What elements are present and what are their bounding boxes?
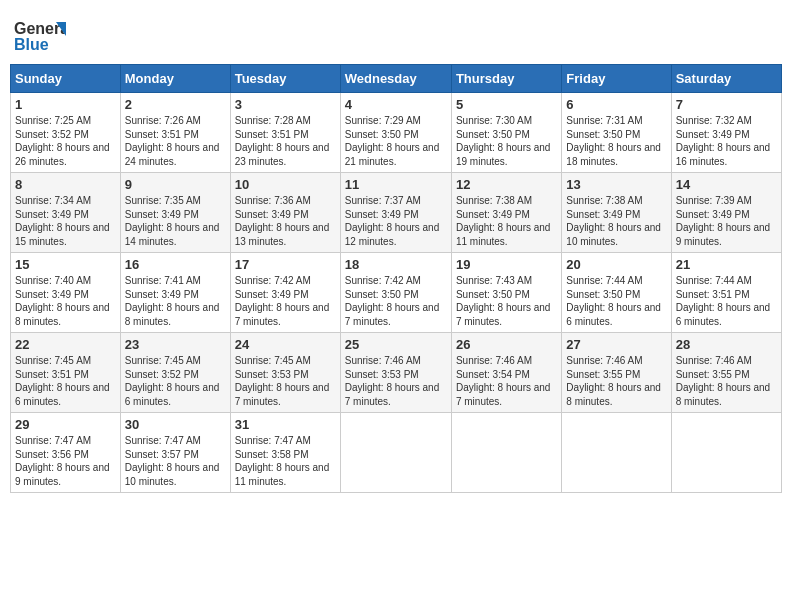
day-of-week-header: Saturday <box>671 65 781 93</box>
calendar-day-cell: 8 Sunrise: 7:34 AMSunset: 3:49 PMDayligh… <box>11 173 121 253</box>
calendar-day-cell: 31 Sunrise: 7:47 AMSunset: 3:58 PMDaylig… <box>230 413 340 493</box>
day-info: Sunrise: 7:30 AMSunset: 3:50 PMDaylight:… <box>456 115 551 167</box>
day-number: 15 <box>15 257 116 272</box>
day-number: 1 <box>15 97 116 112</box>
calendar-day-cell: 23 Sunrise: 7:45 AMSunset: 3:52 PMDaylig… <box>120 333 230 413</box>
day-of-week-header: Wednesday <box>340 65 451 93</box>
day-info: Sunrise: 7:29 AMSunset: 3:50 PMDaylight:… <box>345 115 440 167</box>
calendar-day-cell: 4 Sunrise: 7:29 AMSunset: 3:50 PMDayligh… <box>340 93 451 173</box>
day-info: Sunrise: 7:46 AMSunset: 3:55 PMDaylight:… <box>676 355 771 407</box>
day-info: Sunrise: 7:44 AMSunset: 3:51 PMDaylight:… <box>676 275 771 327</box>
calendar-day-cell: 20 Sunrise: 7:44 AMSunset: 3:50 PMDaylig… <box>562 253 671 333</box>
day-number: 24 <box>235 337 336 352</box>
calendar-day-cell: 18 Sunrise: 7:42 AMSunset: 3:50 PMDaylig… <box>340 253 451 333</box>
day-info: Sunrise: 7:45 AMSunset: 3:52 PMDaylight:… <box>125 355 220 407</box>
empty-cell <box>340 413 451 493</box>
day-of-week-header: Thursday <box>451 65 561 93</box>
day-info: Sunrise: 7:42 AMSunset: 3:49 PMDaylight:… <box>235 275 330 327</box>
calendar-day-cell: 25 Sunrise: 7:46 AMSunset: 3:53 PMDaylig… <box>340 333 451 413</box>
calendar-day-cell: 12 Sunrise: 7:38 AMSunset: 3:49 PMDaylig… <box>451 173 561 253</box>
day-info: Sunrise: 7:34 AMSunset: 3:49 PMDaylight:… <box>15 195 110 247</box>
calendar-day-cell: 15 Sunrise: 7:40 AMSunset: 3:49 PMDaylig… <box>11 253 121 333</box>
calendar-week-row: 15 Sunrise: 7:40 AMSunset: 3:49 PMDaylig… <box>11 253 782 333</box>
day-info: Sunrise: 7:45 AMSunset: 3:51 PMDaylight:… <box>15 355 110 407</box>
empty-cell <box>562 413 671 493</box>
calendar-day-cell: 3 Sunrise: 7:28 AMSunset: 3:51 PMDayligh… <box>230 93 340 173</box>
calendar-day-cell: 11 Sunrise: 7:37 AMSunset: 3:49 PMDaylig… <box>340 173 451 253</box>
day-info: Sunrise: 7:37 AMSunset: 3:49 PMDaylight:… <box>345 195 440 247</box>
day-number: 12 <box>456 177 557 192</box>
day-number: 6 <box>566 97 666 112</box>
calendar-day-cell: 10 Sunrise: 7:36 AMSunset: 3:49 PMDaylig… <box>230 173 340 253</box>
empty-cell <box>451 413 561 493</box>
day-info: Sunrise: 7:25 AMSunset: 3:52 PMDaylight:… <box>15 115 110 167</box>
day-number: 13 <box>566 177 666 192</box>
day-info: Sunrise: 7:32 AMSunset: 3:49 PMDaylight:… <box>676 115 771 167</box>
day-number: 17 <box>235 257 336 272</box>
day-info: Sunrise: 7:38 AMSunset: 3:49 PMDaylight:… <box>566 195 661 247</box>
calendar-table: SundayMondayTuesdayWednesdayThursdayFrid… <box>10 64 782 493</box>
day-number: 16 <box>125 257 226 272</box>
calendar-day-cell: 7 Sunrise: 7:32 AMSunset: 3:49 PMDayligh… <box>671 93 781 173</box>
calendar-day-cell: 1 Sunrise: 7:25 AMSunset: 3:52 PMDayligh… <box>11 93 121 173</box>
day-of-week-header: Monday <box>120 65 230 93</box>
calendar-day-cell: 13 Sunrise: 7:38 AMSunset: 3:49 PMDaylig… <box>562 173 671 253</box>
calendar-day-cell: 26 Sunrise: 7:46 AMSunset: 3:54 PMDaylig… <box>451 333 561 413</box>
calendar-day-cell: 30 Sunrise: 7:47 AMSunset: 3:57 PMDaylig… <box>120 413 230 493</box>
calendar-day-cell: 2 Sunrise: 7:26 AMSunset: 3:51 PMDayligh… <box>120 93 230 173</box>
day-info: Sunrise: 7:35 AMSunset: 3:49 PMDaylight:… <box>125 195 220 247</box>
day-number: 26 <box>456 337 557 352</box>
day-number: 11 <box>345 177 447 192</box>
calendar-week-row: 22 Sunrise: 7:45 AMSunset: 3:51 PMDaylig… <box>11 333 782 413</box>
calendar-day-cell: 22 Sunrise: 7:45 AMSunset: 3:51 PMDaylig… <box>11 333 121 413</box>
day-number: 28 <box>676 337 777 352</box>
day-info: Sunrise: 7:44 AMSunset: 3:50 PMDaylight:… <box>566 275 661 327</box>
svg-text:Blue: Blue <box>14 36 49 53</box>
calendar-day-cell: 9 Sunrise: 7:35 AMSunset: 3:49 PMDayligh… <box>120 173 230 253</box>
day-info: Sunrise: 7:36 AMSunset: 3:49 PMDaylight:… <box>235 195 330 247</box>
calendar-day-cell: 17 Sunrise: 7:42 AMSunset: 3:49 PMDaylig… <box>230 253 340 333</box>
day-number: 22 <box>15 337 116 352</box>
calendar-day-cell: 19 Sunrise: 7:43 AMSunset: 3:50 PMDaylig… <box>451 253 561 333</box>
day-number: 9 <box>125 177 226 192</box>
calendar-week-row: 29 Sunrise: 7:47 AMSunset: 3:56 PMDaylig… <box>11 413 782 493</box>
day-number: 2 <box>125 97 226 112</box>
day-info: Sunrise: 7:26 AMSunset: 3:51 PMDaylight:… <box>125 115 220 167</box>
day-number: 20 <box>566 257 666 272</box>
day-info: Sunrise: 7:40 AMSunset: 3:49 PMDaylight:… <box>15 275 110 327</box>
calendar-header-row: SundayMondayTuesdayWednesdayThursdayFrid… <box>11 65 782 93</box>
calendar-day-cell: 16 Sunrise: 7:41 AMSunset: 3:49 PMDaylig… <box>120 253 230 333</box>
day-number: 8 <box>15 177 116 192</box>
calendar-day-cell: 27 Sunrise: 7:46 AMSunset: 3:55 PMDaylig… <box>562 333 671 413</box>
day-of-week-header: Friday <box>562 65 671 93</box>
day-number: 19 <box>456 257 557 272</box>
day-info: Sunrise: 7:47 AMSunset: 3:56 PMDaylight:… <box>15 435 110 487</box>
day-info: Sunrise: 7:46 AMSunset: 3:55 PMDaylight:… <box>566 355 661 407</box>
calendar-day-cell: 24 Sunrise: 7:45 AMSunset: 3:53 PMDaylig… <box>230 333 340 413</box>
day-info: Sunrise: 7:28 AMSunset: 3:51 PMDaylight:… <box>235 115 330 167</box>
calendar-day-cell: 29 Sunrise: 7:47 AMSunset: 3:56 PMDaylig… <box>11 413 121 493</box>
day-info: Sunrise: 7:47 AMSunset: 3:57 PMDaylight:… <box>125 435 220 487</box>
day-number: 31 <box>235 417 336 432</box>
day-info: Sunrise: 7:43 AMSunset: 3:50 PMDaylight:… <box>456 275 551 327</box>
day-info: Sunrise: 7:47 AMSunset: 3:58 PMDaylight:… <box>235 435 330 487</box>
day-number: 23 <box>125 337 226 352</box>
day-number: 30 <box>125 417 226 432</box>
day-info: Sunrise: 7:46 AMSunset: 3:53 PMDaylight:… <box>345 355 440 407</box>
calendar-week-row: 8 Sunrise: 7:34 AMSunset: 3:49 PMDayligh… <box>11 173 782 253</box>
day-of-week-header: Sunday <box>11 65 121 93</box>
day-number: 25 <box>345 337 447 352</box>
page-header: General Blue <box>10 10 782 58</box>
calendar-week-row: 1 Sunrise: 7:25 AMSunset: 3:52 PMDayligh… <box>11 93 782 173</box>
day-info: Sunrise: 7:46 AMSunset: 3:54 PMDaylight:… <box>456 355 551 407</box>
day-number: 5 <box>456 97 557 112</box>
day-number: 14 <box>676 177 777 192</box>
day-number: 21 <box>676 257 777 272</box>
calendar-day-cell: 28 Sunrise: 7:46 AMSunset: 3:55 PMDaylig… <box>671 333 781 413</box>
empty-cell <box>671 413 781 493</box>
day-number: 27 <box>566 337 666 352</box>
calendar-day-cell: 5 Sunrise: 7:30 AMSunset: 3:50 PMDayligh… <box>451 93 561 173</box>
day-number: 7 <box>676 97 777 112</box>
day-number: 10 <box>235 177 336 192</box>
day-number: 4 <box>345 97 447 112</box>
